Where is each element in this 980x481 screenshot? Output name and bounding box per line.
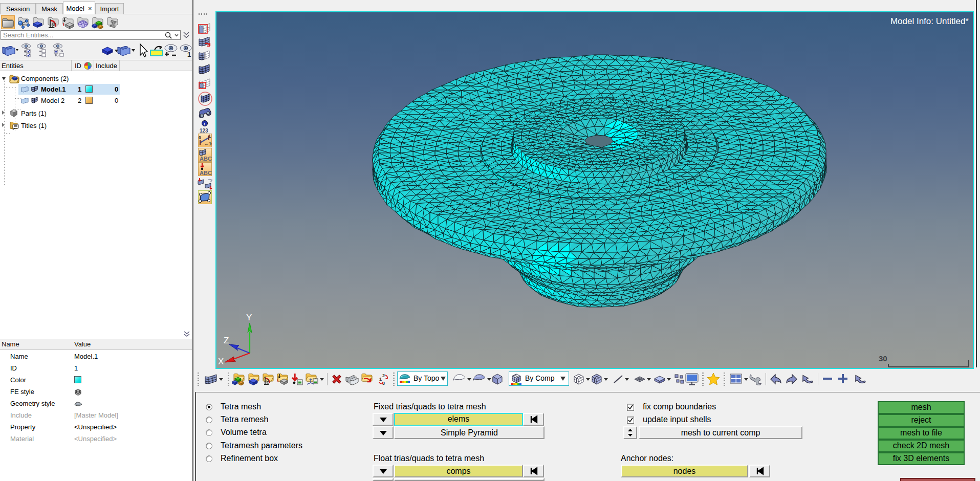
svg-text:2: 2 [382,373,385,378]
svg-text:ABC: ABC [200,156,212,162]
svg-text:1: 1 [379,377,382,382]
svg-text:0: 0 [199,135,201,140]
svg-text:Y: Y [246,313,252,322]
svg-text:30: 30 [879,354,887,363]
svg-text:1: 1 [208,134,211,139]
svg-text:Z: Z [224,336,229,345]
svg-text:1: 1 [187,51,191,58]
svg-text:123: 123 [200,128,208,134]
svg-text:ABC: ABC [200,170,212,176]
svg-text:X: X [218,357,224,366]
svg-text:←10': ←10' [204,141,212,146]
